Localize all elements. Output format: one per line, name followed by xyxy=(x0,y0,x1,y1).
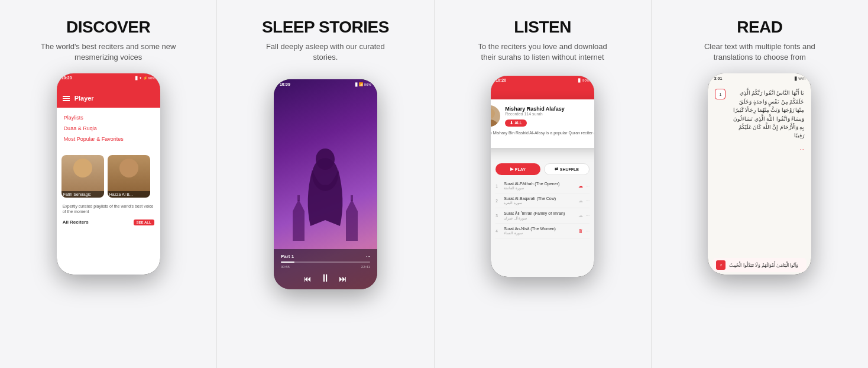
svg-point-8 xyxy=(491,108,495,119)
menu-list: Playlists Duaa & Ruqia Most Popular & Fa… xyxy=(57,108,160,149)
listen-subtitle: To the reciters you love and download th… xyxy=(472,41,614,63)
sleep-phone: 16:09 ▊ 📶 96% xyxy=(274,79,377,289)
sleep-status-bar: 16:09 ▊ 📶 96% xyxy=(274,79,377,89)
menu-item-playlists[interactable]: Playlists xyxy=(64,112,153,123)
more-icon-4[interactable]: ··· xyxy=(585,228,590,234)
time-row: 00:55 22:41 xyxy=(281,265,370,269)
read-time: 3:01 xyxy=(714,76,722,80)
svg-point-7 xyxy=(316,149,335,170)
popup-bio: Sheikh Mishary Bin Rashid Al-Afasy is a … xyxy=(491,130,594,142)
svg-rect-3 xyxy=(346,211,358,241)
listen-signal: ▊ 90% xyxy=(578,78,590,82)
reciter-popup-card: Mishary Rashid Alafasy Recorded 114 sura… xyxy=(491,99,594,148)
verse-1-row: 1 يَا أَيُّهَا النَّاسُ اتَّقُوا رَبَّكُ… xyxy=(715,89,804,140)
surah-item-4[interactable]: 4 Surat An-Nisā (The Women) سورة النساء … xyxy=(495,224,590,238)
surah-actions-4: 🗑 ··· xyxy=(578,228,590,234)
verse-2-number: 2 xyxy=(716,260,726,270)
surah-names-4: Surat An-Nisā (The Women) سورة النساء xyxy=(504,227,575,235)
sleep-time: 16:09 xyxy=(280,82,290,86)
download-icon-1[interactable]: ☁ xyxy=(578,183,583,189)
play-button[interactable]: ▶ PLAY xyxy=(495,163,540,175)
surah-ar-4: سورة النساء xyxy=(504,231,575,235)
see-all-button[interactable]: SEE ALL xyxy=(134,219,154,225)
below-popup: ▶ PLAY ⇄ SHUFFLE 1 Surat Al-Fātihah (The… xyxy=(491,160,594,238)
status-icons: ▊ ✦ ⚡ 90% xyxy=(135,76,156,80)
see-all-section: All Reciters SEE ALL xyxy=(57,217,160,228)
read-phone: 3:01 ▊ WiFi 1 يَا أَيُّهَا النَّاسُ اتَّ… xyxy=(708,73,811,275)
rewind-button[interactable]: ⏮ xyxy=(303,274,312,283)
arabic-content: 1 يَا أَيُّهَا النَّاسُ اتَّقُوا رَبَّكُ… xyxy=(708,83,811,256)
discover-panel: DISCOVER The world's best reciters and s… xyxy=(0,0,216,368)
all-button[interactable]: ⬇ ALL xyxy=(505,120,527,127)
reciter-card-1[interactable]: Fatih Seferagic xyxy=(61,155,104,198)
reciter-card-2[interactable]: Hazza Al B... xyxy=(108,155,150,198)
track-info: Part 1 ··· xyxy=(281,254,370,259)
fast-forward-button[interactable]: ⏭ xyxy=(339,274,347,283)
play-shuffle-row: ▶ PLAY ⇄ SHUFFLE xyxy=(491,160,594,179)
more-icon-2[interactable]: ··· xyxy=(585,198,590,204)
popup-reciter-header: Mishary Rashid Alafasy Recorded 114 sura… xyxy=(491,105,594,127)
svg-rect-5 xyxy=(351,195,353,201)
shuffle-button[interactable]: ⇄ SHUFFLE xyxy=(544,163,590,175)
sleep-title: SLEEP STORIES xyxy=(262,18,389,37)
download-icon: ⬇ xyxy=(510,121,513,125)
surah-actions-1: ☁ ··· xyxy=(578,183,590,189)
more-icon-1[interactable]: ··· xyxy=(585,183,590,189)
status-time: 10:20 xyxy=(61,76,72,80)
read-more-dots[interactable]: ··· xyxy=(800,146,805,152)
time-end: 22:41 xyxy=(361,265,370,269)
play-pause-button[interactable]: ⏸ xyxy=(320,272,331,285)
listen-time: 10:20 xyxy=(495,78,506,82)
progress-fill xyxy=(281,262,294,263)
sleep-subtitle: Fall deeply asleep with our curated stor… xyxy=(254,41,396,63)
menu-item-duaa[interactable]: Duaa & Ruqia xyxy=(64,123,153,134)
read-panel: READ Clear text with multiple fonts and … xyxy=(651,0,868,368)
verse-1-number: 1 xyxy=(715,89,726,99)
reciter-name-1: Fatih Seferagic xyxy=(61,191,104,198)
controls-row: ⏮ ⏸ ⏭ xyxy=(281,272,370,285)
caption: Expertly curated playlists of the world'… xyxy=(57,201,160,217)
discover-subtitle: The world's best reciters and some new m… xyxy=(37,41,179,63)
menu-item-popular[interactable]: Most Popular & Favorites xyxy=(64,134,153,144)
svg-rect-2 xyxy=(297,195,300,201)
read-status-bar: 3:01 ▊ WiFi xyxy=(708,73,811,83)
player-bar: Part 1 ··· 00:55 22:41 ⏮ ⏸ ⏭ xyxy=(274,249,377,289)
discover-title: DISCOVER xyxy=(66,18,150,37)
verse-2-text: وَآتُوا الْيَتَامَىٰ أَمْوَالَهُمْ وَلَا… xyxy=(729,262,798,269)
shuffle-icon: ⇄ xyxy=(555,167,558,172)
surah-ar-3: سورة آل عمران xyxy=(504,216,575,220)
popup-reciter-name: Mishary Rashid Alafasy xyxy=(505,106,565,112)
surah-item-1[interactable]: 1 Surat Al-Fātihah (The Opener) سورة الف… xyxy=(495,179,590,193)
surah-en-4: Surat An-Nisā (The Women) xyxy=(504,227,575,231)
listen-status-bar: 10:20 ▊ 90% xyxy=(491,76,594,84)
listen-phone: 10:20 ▊ 90% Mishary Rashid Alafasy xyxy=(491,76,594,277)
listen-title: LISTEN xyxy=(514,18,571,37)
listen-panel: LISTEN To the reciters you love and down… xyxy=(434,0,651,368)
svg-point-9 xyxy=(491,120,498,127)
surah-ar-1: سورة الفاتحة xyxy=(504,186,575,190)
surah-item-2[interactable]: 2 Surat Al-Baqarah (The Cow) سورة البقرة… xyxy=(495,193,590,208)
sleep-icons: ▊ 📶 96% xyxy=(355,82,371,86)
surah-num-2: 2 xyxy=(495,199,500,203)
track-menu: ··· xyxy=(366,254,370,259)
reciter-avatar xyxy=(491,105,500,127)
surah-en-2: Surat Al-Baqarah (The Cow) xyxy=(504,196,575,201)
sleep-svg xyxy=(290,134,361,241)
surah-item-3[interactable]: 3 Surat Āli ʿImrān (Family of Imran) سور… xyxy=(495,208,590,224)
read-signal: ▊ WiFi xyxy=(795,76,806,80)
surah-ar-2: سورة البقرة xyxy=(504,201,575,205)
surah-names-3: Surat Āli ʿImrān (Family of Imran) سورة … xyxy=(504,211,575,220)
surah-names-1: Surat Al-Fātihah (The Opener) سورة الفات… xyxy=(504,182,575,190)
sleep-panel: SLEEP STORIES Fall deeply asleep with ou… xyxy=(216,0,433,368)
read-subtitle: Clear text with multiple fonts and trans… xyxy=(689,41,831,63)
header-title: Player xyxy=(75,95,94,102)
progress-bar[interactable] xyxy=(281,262,370,263)
download-icon-2[interactable]: ☁ xyxy=(578,198,583,204)
hamburger-icon xyxy=(63,96,70,101)
surah-actions-3: ☁ ··· xyxy=(578,213,590,218)
more-icon-3[interactable]: ··· xyxy=(585,213,590,218)
download-icon-3[interactable]: ☁ xyxy=(578,213,583,218)
surah-en-1: Surat Al-Fātihah (The Opener) xyxy=(504,182,575,186)
download-icon-4[interactable]: 🗑 xyxy=(578,228,583,234)
surah-num-3: 3 xyxy=(495,214,500,218)
